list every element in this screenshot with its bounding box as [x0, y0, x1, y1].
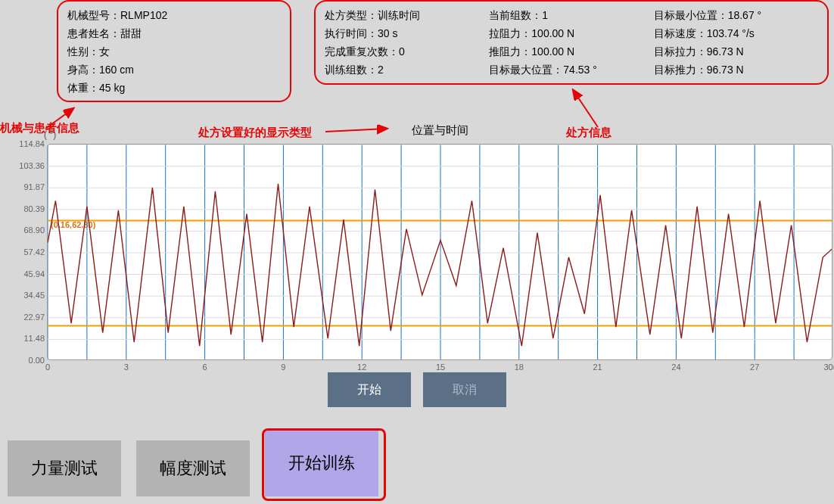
- rx-row: 拉阻力：100.00 N: [489, 24, 653, 42]
- cancel-button: 取消: [423, 372, 506, 407]
- x-tick-label: 3: [111, 362, 142, 372]
- x-tick-label: 21: [583, 362, 613, 372]
- rx-row: 当前组数：1: [489, 6, 653, 24]
- rx-row: 完成重复次数：0: [325, 42, 489, 61]
- x-tick-label: 15: [425, 362, 456, 372]
- y-tick-label: 91.87: [7, 182, 45, 191]
- y-tick-label: 57.42: [7, 247, 45, 257]
- patient-row: 体重：45 kg: [67, 79, 281, 97]
- y-tick-label: 80.39: [7, 204, 45, 213]
- y-tick-label: 11.48: [7, 334, 45, 343]
- x-tick-label: 9: [268, 362, 298, 372]
- x-tick-label: 0: [33, 362, 63, 372]
- x-tick-label: 12: [347, 362, 377, 372]
- chart-panel: 位置与时间 ( °) (0.16,62.80) 0.0011.4822.9734…: [47, 144, 832, 360]
- y-axis-unit: ( °): [44, 129, 56, 140]
- rx-row: 处方类型：训练时间: [325, 6, 489, 24]
- info-bar: 机械型号：RLMP102患者姓名：甜甜性别：女身高：160 cm体重：45 kg…: [0, 0, 834, 106]
- x-tick-label: 27: [739, 362, 770, 372]
- x-tick-label: 6: [190, 362, 220, 372]
- rx-row: 目标拉力：96.73 N: [654, 42, 818, 61]
- patient-row: 身高：160 cm: [67, 61, 281, 79]
- start-button[interactable]: 开始: [328, 372, 411, 407]
- rx-row: 目标速度：103.74 °/s: [654, 24, 818, 42]
- rx-row: 执行时间：30 s: [325, 24, 489, 42]
- chart-title: 位置与时间: [48, 123, 832, 138]
- y-tick-label: 34.45: [7, 291, 45, 300]
- y-tick-label: 68.90: [7, 226, 45, 235]
- x-tick-label: 30(s): [818, 362, 834, 372]
- y-tick-label: 45.94: [7, 269, 45, 278]
- tab-force-test[interactable]: 力量测试: [8, 440, 121, 496]
- patient-row: 患者姓名：甜甜: [67, 24, 281, 42]
- rx-row: 推阻力：100.00 N: [489, 42, 653, 61]
- x-tick-label: 18: [504, 362, 534, 372]
- rx-row: 目标最大位置：74.53 °: [489, 61, 653, 79]
- rx-row: 目标推力：96.73 N: [654, 61, 818, 79]
- x-tick-label: 24: [661, 362, 691, 372]
- action-button-row: 开始 取消: [0, 372, 834, 407]
- y-tick-label: 22.97: [7, 313, 45, 322]
- patient-info-box: 机械型号：RLMP102患者姓名：甜甜性别：女身高：160 cm体重：45 kg: [57, 0, 291, 102]
- y-tick-label: 103.36: [7, 161, 45, 170]
- patient-row: 机械型号：RLMP102: [67, 6, 281, 24]
- tab-row: 力量测试 幅度测试 开始训练: [8, 430, 378, 496]
- rx-row: 目标最小位置：18.67 °: [654, 6, 818, 24]
- rx-row: 训练组数：2: [325, 61, 489, 79]
- y-tick-label: 114.84: [7, 139, 45, 148]
- prescription-info-box: 处方类型：训练时间执行时间：30 s完成重复次数：0训练组数：2 当前组数：1拉…: [314, 0, 829, 85]
- tab-start-train[interactable]: 开始训练: [265, 430, 378, 496]
- patient-row: 性别：女: [67, 42, 281, 61]
- tab-range-test[interactable]: 幅度测试: [136, 440, 250, 496]
